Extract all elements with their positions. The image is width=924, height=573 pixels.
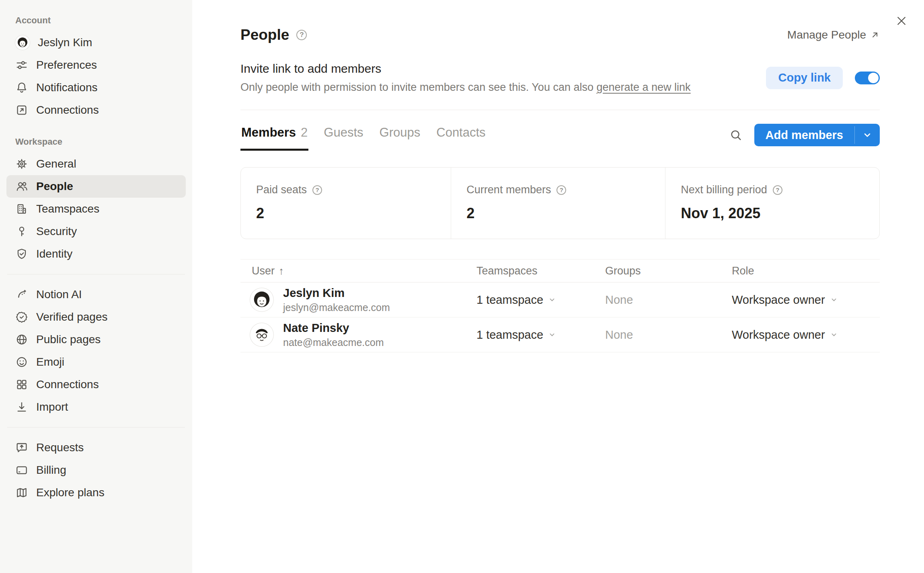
generate-new-link[interactable]: generate a new link — [596, 81, 690, 93]
column-header-user[interactable]: User ↑ — [240, 265, 476, 277]
help-icon[interactable]: ? — [556, 185, 566, 195]
manage-people-link[interactable]: Manage People — [787, 29, 880, 41]
sidebar-item-security[interactable]: Security — [6, 220, 186, 243]
sidebar-item-notion-ai[interactable]: Notion AI — [6, 283, 186, 306]
sidebar-item-identity[interactable]: Identity — [6, 243, 186, 265]
groups-value: None — [605, 293, 732, 307]
sidebar-item-teamspaces[interactable]: Teamspaces — [6, 198, 186, 220]
sidebar-item-notifications[interactable]: Notifications — [6, 76, 186, 99]
groups-value: None — [605, 328, 732, 342]
badge-check-icon — [15, 311, 28, 323]
copy-link-button[interactable]: Copy link — [766, 67, 843, 89]
members-table: User ↑ Teamspaces Groups Role Jeslyn Kim — [240, 259, 880, 352]
tab-members-label: Members — [241, 125, 296, 140]
sidebar-item-preferences[interactable]: Preferences — [6, 54, 186, 76]
notion-settings-window: Account Jeslyn Kim Preferences Notificat… — [0, 0, 924, 573]
stat-value: Nov 1, 2025 — [681, 205, 864, 222]
sidebar-item-connections-workspace[interactable]: Connections — [6, 373, 186, 396]
member-email: jeslyn@makeacme.com — [283, 302, 390, 313]
invite-link-toggle[interactable] — [855, 72, 880, 84]
tab-groups-label: Groups — [380, 125, 421, 140]
sidebar-item-label: People — [36, 180, 73, 193]
sidebar-item-label: Public pages — [36, 333, 101, 346]
sidebar-item-account-profile[interactable]: Jeslyn Kim — [6, 31, 186, 54]
stat-next-billing-period: Next billing period ? Nov 1, 2025 — [665, 168, 879, 239]
toggle-knob — [868, 73, 879, 83]
credit-card-icon — [15, 464, 28, 477]
sidebar-item-public-pages[interactable]: Public pages — [6, 328, 186, 351]
role-value: Workspace owner — [732, 328, 825, 342]
smiley-icon — [15, 356, 28, 368]
role-dropdown[interactable]: Workspace owner — [732, 293, 880, 307]
user-cell: Nate Pinsky nate@makeacme.com — [240, 321, 476, 348]
arrow-up-right-icon — [870, 30, 880, 40]
tab-members[interactable]: Members 2 — [240, 120, 308, 151]
add-members-button[interactable]: Add members — [754, 124, 880, 146]
help-icon[interactable]: ? — [773, 185, 782, 195]
sidebar-item-label: Notion AI — [36, 288, 82, 301]
chevron-down-icon — [548, 331, 556, 339]
manage-people-label: Manage People — [787, 29, 866, 41]
sort-ascending-icon: ↑ — [279, 265, 284, 277]
sidebar-item-label: Teamspaces — [36, 203, 99, 215]
sidebar-divider — [7, 427, 185, 428]
workspace-section-label: Workspace — [15, 137, 177, 147]
notion-ai-icon — [15, 288, 28, 301]
external-link-box-icon — [15, 104, 28, 117]
stat-paid-seats: Paid seats ? 2 — [241, 168, 451, 239]
people-icon — [15, 180, 28, 193]
help-icon[interactable]: ? — [312, 185, 322, 195]
sidebar-item-label: Connections — [36, 378, 99, 391]
sidebar-item-label: Emoji — [36, 356, 64, 368]
invite-link-description: Only people with permission to invite me… — [240, 81, 691, 94]
add-members-label: Add members — [754, 124, 854, 146]
chevron-down-icon — [830, 296, 838, 304]
key-icon — [15, 225, 28, 238]
sidebar-item-label: Preferences — [36, 59, 97, 72]
table-header: User ↑ Teamspaces Groups Role — [240, 259, 880, 282]
sidebar-item-verified-pages[interactable]: Verified pages — [6, 306, 186, 328]
help-icon[interactable]: ? — [296, 30, 307, 40]
account-section-label: Account — [15, 15, 177, 26]
tab-guests[interactable]: Guests — [323, 120, 364, 151]
role-value: Workspace owner — [732, 293, 825, 307]
chevron-down-icon — [548, 296, 556, 304]
search-icon[interactable] — [727, 126, 745, 144]
sidebar-item-label: Explore plans — [36, 486, 105, 499]
sidebar-item-label: Connections — [36, 104, 99, 117]
teamspaces-dropdown[interactable]: 1 teamspace — [476, 293, 605, 307]
close-icon[interactable] — [893, 12, 910, 30]
download-icon — [15, 401, 28, 413]
teamspaces-dropdown[interactable]: 1 teamspace — [476, 328, 605, 342]
stat-value: 2 — [466, 205, 650, 222]
stat-value: 2 — [256, 205, 435, 222]
sidebar-item-general[interactable]: General — [6, 153, 186, 175]
chevron-down-icon[interactable] — [855, 124, 880, 146]
sidebar-item-billing[interactable]: Billing — [6, 459, 186, 481]
member-email: nate@makeacme.com — [283, 337, 384, 348]
sidebar-item-import[interactable]: Import — [6, 396, 186, 418]
invite-link-heading: Invite link to add members — [240, 62, 691, 76]
role-dropdown[interactable]: Workspace owner — [732, 328, 880, 342]
gear-icon — [15, 158, 28, 170]
sidebar-item-explore-plans[interactable]: Explore plans — [6, 481, 186, 504]
building-icon — [15, 203, 28, 215]
table-row: Nate Pinsky nate@makeacme.com 1 teamspac… — [240, 317, 880, 352]
sidebar-item-people[interactable]: People — [6, 175, 186, 198]
stat-label: Current members — [466, 184, 551, 196]
teamspaces-value: 1 teamspace — [476, 293, 543, 307]
column-header-groups: Groups — [605, 265, 732, 277]
tab-groups[interactable]: Groups — [379, 120, 421, 151]
sidebar-item-label: Requests — [36, 441, 84, 454]
sidebar-item-emoji[interactable]: Emoji — [6, 351, 186, 373]
sidebar-item-label: General — [36, 158, 76, 170]
shield-check-icon — [15, 248, 28, 260]
avatar — [250, 323, 273, 346]
sidebar-item-label: Verified pages — [36, 311, 107, 323]
sidebar-item-connections-account[interactable]: Connections — [6, 99, 186, 121]
sidebar-item-requests[interactable]: Requests — [6, 436, 186, 459]
sidebar-item-label: Billing — [36, 464, 66, 477]
bell-icon — [15, 81, 28, 94]
chevron-down-icon — [830, 331, 838, 339]
tab-contacts[interactable]: Contacts — [435, 120, 486, 151]
